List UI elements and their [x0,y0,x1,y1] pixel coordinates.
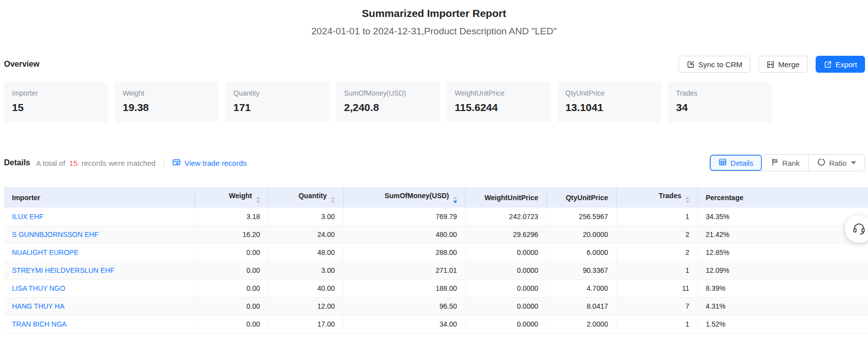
pct-cell: 21.42% [697,226,868,243]
stat-value: 171 [233,102,321,114]
importer-link[interactable]: NUALIGHT EUROPE [12,248,79,256]
pct-cell: 12.85% [697,243,868,261]
table-header-row: ImporterWeightQuantitySumOfMoney(USD)Wei… [4,187,868,208]
export-icon [824,60,832,69]
sort-icon-trades[interactable] [686,197,690,203]
stat-value: 13.1041 [565,102,653,114]
stat-label: WeightUnitPrice [455,89,542,97]
importer-link[interactable]: S GUNNBJORNSSON EHF [12,231,98,238]
export-button[interactable]: Export [816,56,865,73]
qup-cell: 6.0000 [546,243,616,261]
ratio-circle-icon [817,158,826,168]
stat-label: Quantity [233,89,321,97]
stat-card-weight: Weight 19.38 [115,82,218,122]
total-prefix: A total of [36,159,65,167]
details-table-wrap: ImporterWeightQuantitySumOfMoney(USD)Wei… [4,187,868,334]
table-row: NUALIGHT EUROPE0.0048.00288.000.00006.00… [4,243,868,261]
stat-value: 15 [12,102,100,114]
merge-icon [766,60,775,69]
qup-cell: 4.7000 [546,279,616,297]
importer-cell: S GUNNBJORNSSON EHF [4,226,194,243]
tab-rank-label: Rank [782,159,800,167]
column-header-weight[interactable]: Weight [194,187,268,208]
column-label: Percentage [706,194,743,202]
chevron-down-icon [851,161,856,164]
importer-cell: LISA THUY NGO [4,279,194,297]
matched-count: 15 [69,159,78,167]
report-subtitle: 2024-01-01 to 2024-12-31,Product Descrip… [0,26,868,37]
quantity-cell: 12.00 [268,297,343,315]
qup-cell: 256.5967 [546,208,616,226]
details-summary: Details A total of 15 records were match… [4,158,247,168]
column-label: WeightUnitPrice [485,194,538,202]
trades-cell: 7 [616,297,697,315]
importer-cell: ILUX EHF [4,208,194,226]
stat-value: 2,240.8 [344,102,432,114]
merge-label: Merge [778,60,800,69]
weight-cell: 0.00 [194,261,268,279]
stat-label: SumOfMoney(USD) [344,89,432,97]
importer-link[interactable]: STREYMI HEILDVERSLUN EHF [12,266,114,274]
wup-cell: 0.0000 [465,243,546,261]
sync-to-crm-button[interactable]: Sync to CRM [679,56,750,73]
sum-cell: 288.00 [343,243,465,261]
stat-value: 19.38 [123,102,210,114]
trades-cell: 2 [616,243,697,261]
stat-card-sumofmoney: SumOfMoney(USD) 2,240.8 [336,82,440,122]
report-header: Summarized Importer Report 2024-01-01 to… [0,0,868,37]
qup-cell: 2.0000 [546,315,616,333]
trades-cell: 11 [616,279,697,297]
merge-button[interactable]: Merge [758,56,808,73]
page-title: Summarized Importer Report [0,7,868,19]
column-label: QtyUnitPrice [566,194,608,202]
overview-actions: Sync to CRM Merge Export [679,56,865,73]
table-row: ILUX EHF3.183.00769.79242.0723256.596713… [4,208,868,226]
sum-cell: 480.00 [343,226,465,243]
column-label: Trades [659,192,681,200]
column-label: Weight [229,192,252,200]
view-trade-records-label: View trade records [184,159,247,167]
tab-rank[interactable]: Rank [762,155,808,171]
column-header-trades[interactable]: Trades [616,187,697,208]
divider [164,159,164,167]
trades-cell: 1 [616,208,697,226]
importer-link[interactable]: TRAN BICH NGA [12,320,67,328]
importer-table: ImporterWeightQuantitySumOfMoney(USD)Wei… [4,187,868,334]
quantity-cell: 24.00 [268,226,343,243]
column-label: SumOfMoney(USD) [384,192,449,200]
tab-details[interactable]: Details [710,155,762,171]
sort-icon-quantity[interactable] [331,197,335,203]
column-label: Quantity [299,192,327,200]
sort-icon-weight[interactable] [256,197,260,203]
sort-icon-sum[interactable] [453,197,457,203]
pct-cell: 4.31% [697,297,868,315]
pct-cell: 12.09% [697,261,868,279]
quantity-cell: 3.00 [268,208,343,226]
quantity-cell: 17.00 [268,315,343,333]
column-header-sum[interactable]: SumOfMoney(USD) [343,187,465,208]
table-row: TRAN BICH NGA0.0017.0034.000.00002.00001… [4,315,868,333]
quantity-cell: 48.00 [268,243,343,261]
table-row: STREYMI HEILDVERSLUN EHF0.003.00271.010.… [4,261,868,279]
table-grid-icon [718,158,727,168]
stat-value: 34 [676,102,764,114]
stat-card-quantity: Quantity 171 [225,82,329,122]
details-bar: Details A total of 15 records were match… [0,154,868,171]
column-header-qup: QtyUnitPrice [546,187,616,208]
wup-cell: 0.0000 [465,279,546,297]
stat-label: Importer [12,89,100,97]
wup-cell: 0.0000 [465,297,546,315]
weight-cell: 0.00 [194,243,268,261]
qup-cell: 90.3367 [546,261,616,279]
view-trade-records-link[interactable]: View trade records [172,158,247,168]
sum-cell: 271.01 [343,261,465,279]
column-header-quantity[interactable]: Quantity [268,187,343,208]
importer-link[interactable]: HANG THUY HA [12,302,64,310]
overview-bar: Overview Sync to CRM Merge [0,56,868,73]
stat-card-trades: Trades 34 [668,82,772,122]
pct-cell: 34.35% [697,208,868,226]
tab-ratio[interactable]: Ratio [808,155,865,171]
importer-link[interactable]: LISA THUY NGO [12,284,65,292]
importer-link[interactable]: ILUX EHF [12,213,43,221]
importer-cell: HANG THUY HA [4,297,194,315]
